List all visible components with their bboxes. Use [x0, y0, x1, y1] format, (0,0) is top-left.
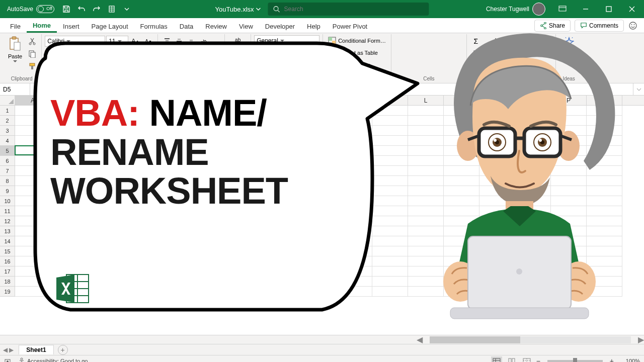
svg-point-4 — [274, 7, 278, 11]
svg-point-100 — [516, 268, 522, 275]
bubble-text-2: RENAME — [50, 133, 367, 172]
touch-mode-icon[interactable] — [105, 2, 119, 16]
row-header-5[interactable]: 5 — [0, 146, 15, 156]
bubble-vba-text: VBA: — [50, 92, 139, 134]
row-header-19[interactable]: 19 — [0, 287, 15, 297]
svg-point-95 — [539, 139, 542, 142]
row-header-2[interactable]: 2 — [0, 116, 15, 126]
doc-dropdown-icon — [256, 7, 261, 12]
tab-formulas[interactable]: Formulas — [134, 20, 174, 33]
tab-file[interactable]: File — [4, 20, 27, 33]
svg-rect-15 — [14, 42, 20, 50]
accessibility-icon — [18, 357, 25, 363]
row-header-12[interactable]: 12 — [0, 216, 15, 226]
page-layout-view-icon[interactable] — [506, 356, 517, 363]
row-header-8[interactable]: 8 — [0, 176, 15, 186]
tab-power-pivot[interactable]: Power Pivot — [327, 20, 373, 33]
svg-rect-14 — [12, 37, 16, 39]
svg-rect-77 — [512, 358, 515, 363]
accessibility-status[interactable]: Accessibility: Good to go — [18, 357, 88, 363]
autosave-label: AutoSave — [7, 6, 33, 13]
search-icon — [273, 6, 280, 13]
status-bar: Accessibility: Good to go − + 100% — [0, 355, 644, 362]
svg-rect-101 — [450, 308, 589, 319]
tab-insert[interactable]: Insert — [57, 20, 86, 33]
row-header-3[interactable]: 3 — [0, 126, 15, 136]
save-icon[interactable] — [59, 2, 73, 16]
tab-home[interactable]: Home — [27, 19, 57, 33]
svg-point-72 — [21, 358, 23, 360]
select-all-corner[interactable] — [0, 96, 15, 105]
sheet-nav[interactable]: ◀ ▶ — [3, 346, 14, 353]
tab-page-layout[interactable]: Page Layout — [86, 20, 134, 33]
macro-record-icon[interactable] — [4, 357, 11, 363]
bubble-text-1: NAME/ — [139, 92, 267, 134]
page-break-view-icon[interactable] — [521, 356, 532, 363]
svg-point-71 — [7, 360, 9, 363]
sheet-tab-sheet1[interactable]: Sheet1 — [19, 345, 53, 354]
undo-icon[interactable] — [74, 2, 89, 16]
document-name[interactable]: YouTube.xlsx — [215, 6, 261, 13]
row-header-17[interactable]: 17 — [0, 266, 15, 277]
qat-customize-icon[interactable] — [120, 2, 134, 16]
tab-review[interactable]: Review — [199, 20, 233, 33]
row-header-9[interactable]: 9 — [0, 186, 15, 196]
row-header-6[interactable]: 6 — [0, 156, 15, 166]
redo-icon[interactable] — [90, 2, 104, 16]
svg-line-5 — [278, 11, 280, 13]
zoom-level[interactable]: 100% — [618, 358, 640, 363]
row-header-7[interactable]: 7 — [0, 166, 15, 176]
cartoon-avatar — [392, 0, 639, 352]
row-header-14[interactable]: 14 — [0, 236, 15, 246]
zoom-in-icon[interactable]: + — [610, 357, 614, 363]
zoom-out-icon[interactable]: − — [536, 357, 540, 363]
row-header-16[interactable]: 16 — [0, 256, 15, 266]
row-header-18[interactable]: 18 — [0, 277, 15, 287]
tab-help[interactable]: Help — [301, 20, 327, 33]
tab-developer[interactable]: Developer — [259, 20, 301, 33]
row-header-13[interactable]: 13 — [0, 226, 15, 236]
speech-bubble: VBA: NAME/ RENAME WORKSHEET — [20, 38, 387, 320]
row-header-11[interactable]: 11 — [0, 206, 15, 216]
tab-view[interactable]: View — [233, 20, 259, 33]
normal-view-icon[interactable] — [491, 356, 502, 363]
svg-point-94 — [494, 139, 497, 142]
row-header-4[interactable]: 4 — [0, 136, 15, 146]
bubble-text-3: WORKSHEET — [50, 171, 367, 211]
excel-logo-icon — [55, 273, 91, 305]
row-header-15[interactable]: 15 — [0, 246, 15, 256]
row-header-10[interactable]: 10 — [0, 196, 15, 206]
add-sheet-button[interactable]: + — [58, 345, 68, 355]
autosave-toggle[interactable]: AutoSave Off — [3, 5, 58, 13]
svg-rect-76 — [509, 358, 511, 363]
tab-data[interactable]: Data — [174, 20, 199, 33]
row-header-1[interactable]: 1 — [0, 106, 15, 116]
zoom-slider[interactable] — [547, 360, 603, 362]
